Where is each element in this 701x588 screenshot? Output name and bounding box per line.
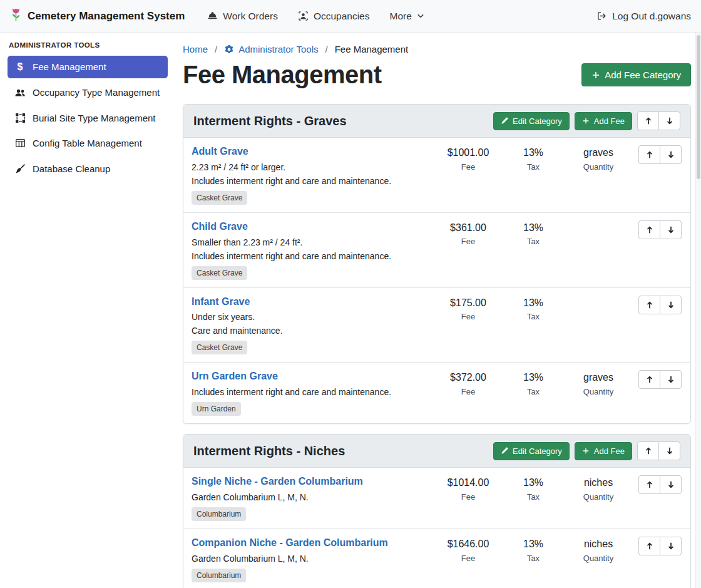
arrow-down-icon <box>667 375 675 384</box>
hard-hat-icon <box>207 11 218 21</box>
people-icon <box>14 87 26 98</box>
category-reorder-group <box>637 441 680 460</box>
move-category-down-button[interactable] <box>658 441 680 460</box>
sidebar-item-label: Burial Site Type Management <box>33 112 156 125</box>
move-fee-down-button[interactable] <box>660 296 682 314</box>
person-bounding-box-icon <box>298 11 309 21</box>
fee-amount: $361.00 <box>436 221 501 235</box>
tax-value: 13% <box>501 371 566 384</box>
breadcrumb-admin-tools[interactable]: Administrator Tools <box>224 44 318 54</box>
admin-sidebar: Administrator Tools $ Fee Management Occ… <box>0 33 175 588</box>
tax-label: Tax <box>501 162 566 172</box>
edit-category-label: Edit Category <box>513 116 562 126</box>
plus-icon <box>582 447 590 455</box>
scrollbar-thumb[interactable] <box>697 35 700 179</box>
fee-amount-col: $1001.00 Fee <box>436 145 501 172</box>
page-scrollbar[interactable] <box>695 33 701 588</box>
logout-icon <box>596 11 607 21</box>
breadcrumb-home[interactable]: Home <box>183 44 208 54</box>
breadcrumb: Home / Administrator Tools / Fee Managem… <box>183 44 691 54</box>
arrow-down-icon <box>667 150 675 159</box>
fee-amount-col: $372.00 Fee <box>436 370 501 396</box>
move-fee-up-button[interactable] <box>638 537 660 555</box>
move-fee-down-button[interactable] <box>660 370 682 389</box>
edit-category-button[interactable]: Edit Category <box>493 442 570 460</box>
add-fee-button[interactable]: Add Fee <box>575 442 632 460</box>
fee-description: Care and maintenance. <box>192 326 431 336</box>
fee-amount-col: $175.00 Fee <box>436 296 501 322</box>
add-fee-category-button[interactable]: Add Fee Category <box>581 63 691 86</box>
pencil-icon <box>501 117 508 125</box>
brand-link[interactable]: Cemetery Management System <box>10 8 185 25</box>
add-fee-button[interactable]: Add Fee <box>575 112 632 130</box>
sidebar-item-database-cleanup[interactable]: Database Cleanup <box>8 158 168 180</box>
fee-name-link[interactable]: Adult Grave <box>192 145 248 158</box>
fee-amount: $1001.00 <box>436 146 501 160</box>
fee-info: Child Grave Smaller than 2.23 m² / 24 ft… <box>192 220 436 280</box>
move-fee-up-button[interactable] <box>638 475 660 494</box>
arrow-down-icon <box>667 301 675 309</box>
fee-amount-label: Fee <box>436 492 501 502</box>
fee-type-badge: Columbarium <box>192 507 246 521</box>
page-header: Fee Management Add Fee Category <box>183 61 691 89</box>
plus-icon <box>591 71 600 80</box>
tulip-logo-icon <box>10 8 22 25</box>
move-fee-up-button[interactable] <box>638 370 660 389</box>
nav-occupancies[interactable]: Occupancies <box>298 11 370 22</box>
plus-icon <box>582 117 590 125</box>
arrow-down-icon <box>667 542 675 550</box>
nav-more[interactable]: More <box>390 11 424 22</box>
chevron-down-icon <box>417 13 424 20</box>
tax-label: Tax <box>501 237 566 246</box>
tax-label: Tax <box>501 387 566 396</box>
logout-label: Log Out d.gowans <box>612 11 691 22</box>
move-fee-down-button[interactable] <box>660 220 682 239</box>
quantity-value: niches <box>566 476 631 490</box>
fee-amount: $1646.00 <box>436 537 501 551</box>
quantity-col: graves Quantity <box>566 145 631 172</box>
broom-icon <box>14 163 26 174</box>
sidebar-item-burial-site-type-management[interactable]: Burial Site Type Management <box>8 107 168 130</box>
move-category-down-button[interactable] <box>658 111 680 130</box>
arrow-up-icon <box>645 375 654 384</box>
move-fee-down-button[interactable] <box>660 145 682 164</box>
fee-name-link[interactable]: Infant Grave <box>192 296 250 309</box>
move-category-up-button[interactable] <box>637 111 659 130</box>
nav-work-orders[interactable]: Work Orders <box>207 11 278 22</box>
move-fee-up-button[interactable] <box>638 220 660 239</box>
category-reorder-group <box>637 111 680 130</box>
page-title: Fee Management <box>183 61 382 89</box>
fee-name-link[interactable]: Single Niche - Garden Columbarium <box>192 475 363 488</box>
sidebar-item-config-table-management[interactable]: Config Table Management <box>8 132 168 155</box>
fee-amount-label: Fee <box>436 554 501 563</box>
nav-more-label: More <box>390 11 412 22</box>
fee-name-link[interactable]: Child Grave <box>192 220 248 234</box>
quantity-label: Quantity <box>566 162 631 172</box>
move-fee-down-button[interactable] <box>660 475 682 494</box>
fee-type-badge: Columbarium <box>192 569 246 582</box>
tax-value: 13% <box>501 537 566 551</box>
sidebar-item-fee-management[interactable]: $ Fee Management <box>8 56 168 78</box>
fee-row: Single Niche - Garden Columbarium Garden… <box>183 468 690 529</box>
tax-value: 13% <box>501 221 566 235</box>
quantity-col: niches Quantity <box>566 537 631 563</box>
move-fee-up-button[interactable] <box>638 296 660 314</box>
sidebar-item-label: Database Cleanup <box>33 163 110 175</box>
move-fee-up-button[interactable] <box>638 145 660 164</box>
fee-amount-col: $1646.00 Fee <box>436 537 501 563</box>
sidebar-item-occupancy-type-management[interactable]: Occupancy Type Management <box>8 81 168 104</box>
fee-reorder-group <box>638 370 682 389</box>
table-icon <box>14 138 26 148</box>
fee-row: Companion Niche - Garden Columbarium Gar… <box>183 529 690 588</box>
move-fee-down-button[interactable] <box>660 537 682 555</box>
fee-name-link[interactable]: Companion Niche - Garden Columbarium <box>192 537 388 550</box>
tax-col: 13% Tax <box>501 537 566 563</box>
edit-category-button[interactable]: Edit Category <box>493 112 570 130</box>
tax-col: 13% Tax <box>501 145 566 172</box>
fee-info: Urn Garden Grave Includes interment righ… <box>192 370 436 416</box>
tax-label: Tax <box>501 492 566 502</box>
fee-name-link[interactable]: Urn Garden Grave <box>192 370 278 383</box>
move-category-up-button[interactable] <box>637 441 659 460</box>
logout-link[interactable]: Log Out d.gowans <box>596 11 691 22</box>
arrow-up-icon <box>645 480 654 489</box>
